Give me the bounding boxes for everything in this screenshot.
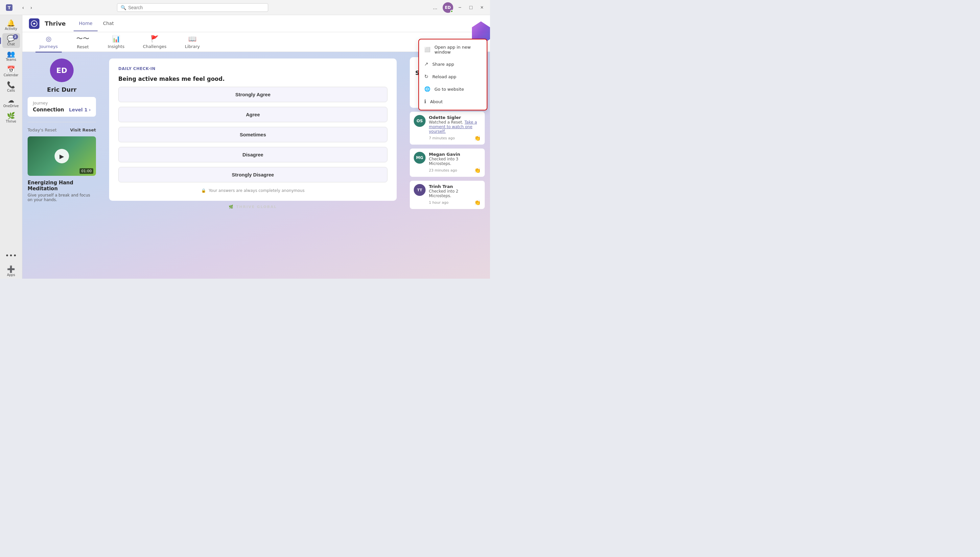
tab-reset[interactable]: 〜〜 Reset	[72, 31, 93, 53]
act-time-tt: 1 hour ago	[429, 200, 449, 205]
act-desc-tt: Checked into 2 Microsteps.	[429, 189, 481, 198]
sidebar-item-onedrive[interactable]: ☁️ OneDrive	[2, 95, 20, 110]
sidebar-label-teams: Teams	[6, 58, 16, 62]
journey-name: Connection	[33, 107, 64, 113]
sidebar-label-chat: Chat	[7, 42, 15, 46]
active-indicator	[0, 37, 1, 44]
activity-item-os: OS Odette Sigler Watched a Reset. Take a…	[410, 112, 485, 145]
app-header: Thrive Home Chat	[22, 15, 490, 32]
clap-icon-mg[interactable]: 👏	[474, 167, 481, 174]
search-bar: 🔍	[117, 3, 268, 12]
anon-note: 🔒 Your answers are always completely ano…	[118, 188, 387, 193]
reload-label: Reload app	[433, 74, 456, 79]
checkin-label: DAILY CHECK-IN	[118, 67, 387, 71]
share-icon: ↗	[424, 61, 428, 67]
video-duration: 01:00	[80, 168, 93, 174]
clap-icon-os[interactable]: 👏	[474, 135, 481, 141]
act-footer-os: 7 minutes ago 👏	[429, 135, 481, 141]
act-name-os: Odette Sigler	[429, 115, 481, 120]
dropdown-reload-app[interactable]: ↻ Reload app	[419, 70, 487, 83]
title-bar: T ‹ › 🔍 ... ED − □ ×	[0, 0, 490, 15]
activity-item-tt: TT Trinh Tran Checked into 2 Microsteps.…	[410, 181, 485, 209]
minimize-button[interactable]: −	[456, 3, 464, 12]
tab-insights[interactable]: 📊 Insights	[104, 32, 129, 52]
act-desc-os: Watched a Reset. Take a moment to watch …	[429, 120, 481, 134]
avatar-tt: TT	[414, 184, 426, 196]
dropdown-menu: ⬜ Open app in new window ↗ Share app ↻ R…	[418, 39, 487, 111]
teams-logo: T	[4, 2, 15, 13]
answer-agree[interactable]: Agree	[118, 107, 387, 122]
sidebar-label-onedrive: OneDrive	[3, 104, 19, 108]
answer-disagree[interactable]: Disagree	[118, 147, 387, 162]
app-nav-tabs: Home Chat	[73, 16, 119, 31]
journey-label: Journey	[33, 101, 91, 106]
avatar-mg: MG	[414, 152, 426, 164]
sidebar-item-apps[interactable]: ➕ Apps	[2, 264, 20, 278]
user-avatar: ED	[50, 59, 73, 82]
sidebar-label-thrive: Thrive	[6, 120, 16, 123]
video-info: Energizing Hand Meditation Give yourself…	[28, 180, 96, 202]
sidebar-item-thrive[interactable]: 🌿 Thrive	[2, 111, 20, 125]
maximize-button[interactable]: □	[467, 3, 475, 12]
sidebar-item-chat[interactable]: 💬 2 Chat	[2, 33, 20, 48]
answer-strongly-agree[interactable]: Strongly Agree	[118, 87, 387, 102]
onedrive-icon: ☁️	[8, 97, 15, 104]
insights-icon: 📊	[112, 35, 120, 43]
sidebar-item-activity[interactable]: 🔔 Activity	[2, 18, 20, 33]
tab-home[interactable]: Home	[73, 16, 98, 31]
sidebar-item-calendar[interactable]: 📅 Calendar	[2, 64, 20, 79]
teams-icon: 👥	[7, 50, 15, 57]
apps-icon: ➕	[7, 266, 15, 272]
library-icon: 📖	[188, 35, 197, 43]
sidebar-label-activity: Activity	[5, 27, 17, 31]
divider	[28, 122, 96, 122]
act-link-os[interactable]: Take a moment to watch one yourself.	[429, 120, 477, 134]
tab-journeys-label: Journeys	[39, 44, 58, 49]
tab-library-label: Library	[185, 44, 200, 49]
title-bar-actions: ... ED − □ ×	[430, 2, 486, 13]
dropdown-about[interactable]: ℹ About	[419, 95, 487, 108]
more-options-button[interactable]: ...	[430, 3, 440, 12]
sidebar-label-apps: Apps	[7, 273, 15, 277]
dropdown-go-to-website[interactable]: 🌐 Go to website	[419, 83, 487, 95]
tab-reset-label: Reset	[77, 44, 89, 49]
answer-sometimes[interactable]: Sometimes	[118, 127, 387, 142]
sidebar-item-teams[interactable]: 👥 Teams	[2, 49, 20, 64]
left-panel: ED Eric Durr Journey Connection Level 1 …	[22, 52, 101, 278]
play-button[interactable]: ▶	[55, 149, 69, 163]
about-icon: ℹ	[424, 99, 426, 104]
activity-icon: 🔔	[7, 20, 15, 26]
dropdown-open-new-window[interactable]: ⬜ Open app in new window	[419, 41, 487, 58]
nav-back-button[interactable]: ‹	[20, 3, 27, 11]
open-window-label: Open app in new window	[435, 45, 482, 55]
tab-chat[interactable]: Chat	[98, 16, 119, 31]
close-button[interactable]: ×	[478, 3, 486, 12]
thrive-watermark: 🌿 THRIVE GLOBAL	[109, 205, 397, 209]
clap-icon-tt[interactable]: 👏	[474, 199, 481, 206]
online-indicator	[450, 10, 453, 13]
video-thumbnail[interactable]: ▶ 01:00	[28, 136, 96, 176]
tab-journeys[interactable]: ◎ Journeys	[36, 32, 62, 52]
app-title: Thrive	[45, 20, 66, 27]
search-input[interactable]	[128, 5, 265, 10]
challenges-icon: 🚩	[150, 35, 159, 43]
sidebar-item-more[interactable]: •••	[2, 250, 20, 261]
tab-challenges[interactable]: 🚩 Challenges	[139, 32, 171, 52]
answer-strongly-disagree[interactable]: Strongly Disagree	[118, 167, 387, 182]
sidebar-item-calls[interactable]: 📞 Calls	[2, 80, 20, 94]
app-logo	[29, 18, 39, 29]
avatar-os: OS	[414, 115, 426, 127]
nav-forward-button[interactable]: ›	[28, 3, 35, 11]
visit-reset-link[interactable]: Visit Reset	[70, 127, 96, 132]
activity-content-tt: Trinh Tran Checked into 2 Microsteps. 1 …	[429, 184, 481, 206]
tab-library[interactable]: 📖 Library	[181, 32, 203, 52]
website-label: Go to website	[435, 87, 464, 92]
thrive-logo-small: 🌿	[229, 205, 234, 209]
act-footer-tt: 1 hour ago 👏	[429, 199, 481, 206]
center-panel: DAILY CHECK-IN Being active makes me fee…	[101, 52, 405, 278]
dropdown-share-app[interactable]: ↗ Share app	[419, 58, 487, 70]
calls-icon: 📞	[7, 81, 15, 88]
calendar-icon: 📅	[7, 66, 15, 73]
activity-item-mg: MG Megan Gavin Checked into 3 Microsteps…	[410, 148, 485, 177]
reset-label: Today's Reset	[28, 127, 57, 132]
